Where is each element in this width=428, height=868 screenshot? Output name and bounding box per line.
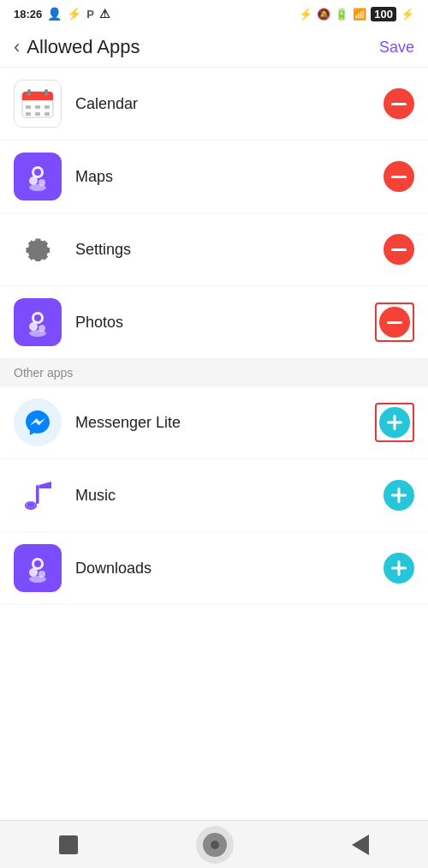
svg-rect-24 [36, 485, 39, 504]
app-name-settings: Settings [75, 241, 383, 259]
minus-icon [387, 321, 402, 324]
gear-svg [21, 232, 55, 266]
svg-point-19 [29, 322, 38, 331]
svg-rect-10 [45, 112, 50, 116]
other-apps-section-header: Other apps [0, 359, 428, 386]
svg-point-15 [39, 179, 45, 186]
app-name-photos: Photos [75, 314, 375, 332]
svg-point-12 [34, 169, 41, 176]
plus-icon [391, 560, 407, 576]
minus-icon [391, 176, 407, 178]
messenger-add-highlight-box [375, 403, 414, 442]
list-item: Photos [0, 286, 428, 359]
battery-full-icon: 100 [371, 7, 396, 21]
other-apps-label: Other apps [14, 366, 73, 380]
person-icon: 👤 [47, 7, 62, 21]
photos-svg [21, 306, 54, 338]
app-name-calendar: Calendar [75, 95, 383, 113]
svg-rect-9 [35, 112, 40, 116]
add-downloads-button[interactable] [383, 553, 414, 584]
settings-app-icon [14, 225, 62, 273]
calendar-svg [21, 87, 55, 121]
svg-rect-2 [22, 97, 53, 100]
add-music-button[interactable] [383, 480, 414, 511]
other-apps-list: Messenger Lite Music [0, 386, 428, 605]
app-name-music: Music [75, 487, 383, 505]
minus-icon [391, 248, 407, 251]
svg-rect-5 [26, 105, 31, 109]
minus-icon [391, 103, 407, 105]
calendar-app-icon [14, 80, 62, 128]
maps-svg [21, 160, 54, 193]
downloads-app-icon [14, 544, 62, 592]
stop-icon [59, 835, 78, 854]
svg-point-26 [34, 560, 41, 567]
list-item: Settings [0, 213, 428, 286]
svg-point-28 [29, 568, 38, 577]
photos-app-icon [14, 298, 62, 346]
remove-calendar-button[interactable] [383, 88, 414, 119]
status-bar: 18:26 👤 ⚡ P ⚠ ⚡ 🔕 🔋 📶 100 ⚡ [0, 0, 428, 27]
plus-icon [387, 415, 402, 430]
svg-point-29 [39, 571, 45, 578]
status-right-icons: ⚡ 🔕 🔋 📶 100 ⚡ [299, 7, 414, 21]
music-svg [19, 476, 56, 514]
wifi-icon: 📶 [353, 8, 366, 21]
downloads-svg [21, 552, 54, 584]
list-item: Calendar [0, 68, 428, 141]
music-app-icon [14, 471, 62, 519]
mute-icon: 🔕 [317, 8, 330, 21]
remove-maps-button[interactable] [383, 161, 414, 192]
messenger-svg [23, 408, 52, 437]
list-item: Messenger Lite [0, 386, 428, 459]
p-icon: P [86, 8, 94, 21]
svg-point-14 [29, 177, 38, 185]
svg-point-17 [34, 314, 41, 321]
allowed-apps-list: Calendar Maps Settings [0, 68, 428, 359]
svg-rect-6 [35, 105, 40, 109]
svg-rect-3 [27, 89, 31, 96]
app-name-downloads: Downloads [75, 560, 383, 578]
network-icon: ⚡ [67, 7, 81, 21]
bottom-navigation [0, 820, 428, 868]
app-name-messenger: Messenger Lite [75, 414, 375, 432]
save-button[interactable]: Save [379, 39, 414, 57]
remove-settings-button[interactable] [383, 234, 414, 265]
app-name-maps: Maps [75, 168, 383, 186]
svg-rect-7 [45, 105, 50, 109]
home-icon [196, 826, 234, 864]
bluetooth-icon: ⚡ [299, 8, 312, 21]
list-item: Music [0, 459, 428, 532]
back-icon [352, 835, 369, 855]
remove-photos-button[interactable] [379, 307, 410, 338]
status-time-group: 18:26 👤 ⚡ P ⚠ [14, 7, 110, 21]
maps-app-icon [14, 153, 62, 201]
back-button[interactable]: ‹ [14, 36, 20, 58]
page-title: Allowed Apps [27, 36, 140, 58]
plus-icon [391, 488, 407, 503]
svg-point-20 [39, 325, 45, 332]
stop-button[interactable] [59, 835, 78, 854]
svg-rect-8 [26, 112, 31, 116]
svg-rect-4 [45, 89, 48, 96]
charging-icon: ⚡ [401, 8, 414, 21]
back-nav-button[interactable] [352, 835, 369, 855]
svg-point-23 [27, 503, 34, 507]
status-time: 18:26 [14, 8, 42, 21]
header-left-group: ‹ Allowed Apps [14, 36, 140, 58]
add-messenger-button[interactable] [379, 407, 410, 438]
home-button[interactable] [196, 826, 234, 864]
page-header: ‹ Allowed Apps Save [0, 27, 428, 68]
battery-x-icon: 🔋 [335, 8, 348, 21]
photos-remove-highlight-box [375, 302, 414, 342]
messenger-app-icon [14, 398, 62, 446]
warning-icon: ⚠ [99, 7, 110, 21]
list-item: Downloads [0, 532, 428, 605]
list-item: Maps [0, 141, 428, 213]
